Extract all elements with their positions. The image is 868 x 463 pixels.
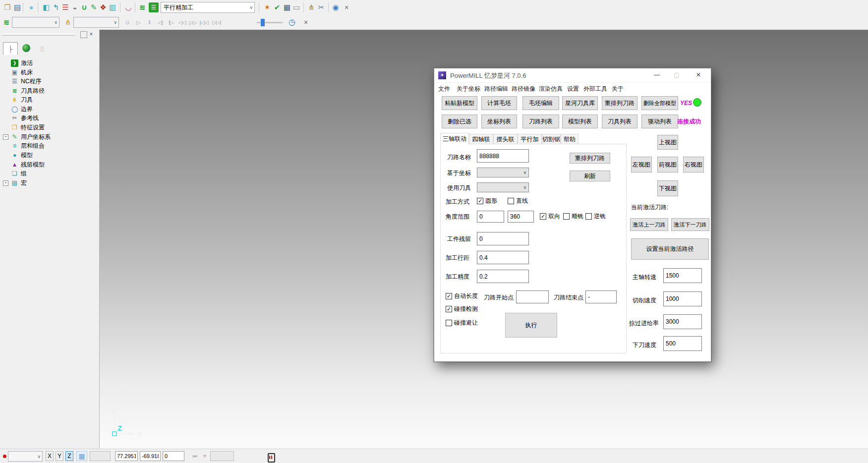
- collision-check-checkbox[interactable]: 碰撞检测: [446, 305, 478, 313]
- menu-item-about[interactable]: 关于: [612, 85, 624, 93]
- compute-block-button[interactable]: 计算毛坯: [481, 96, 517, 110]
- clock-icon[interactable]: [287, 17, 297, 28]
- tool-pair-icon[interactable]: [306, 2, 317, 13]
- menu-item-file[interactable]: 文件: [438, 85, 450, 93]
- refresh-button[interactable]: 刷新: [570, 171, 610, 181]
- rearrange-toolpaths-button[interactable]: 重排列刀路: [602, 96, 637, 110]
- dialog-titlebar[interactable]: PowerMILL 忆梦星河 7.0.6 — ▢ ✕: [434, 68, 711, 83]
- stepover-input[interactable]: [477, 251, 529, 264]
- go-start-icon[interactable]: [198, 17, 209, 28]
- simulation-icon[interactable]: [330, 2, 341, 13]
- activate-next-toolpath-button[interactable]: 激活下一刀路: [671, 218, 709, 231]
- axis-x-button[interactable]: X: [46, 451, 54, 461]
- drive-list-button[interactable]: 驱动列表: [641, 115, 678, 128]
- grid-toggle-button[interactable]: [76, 451, 87, 461]
- menu-item-path-edit[interactable]: 路径编辑: [484, 85, 508, 93]
- speed-slider-handle[interactable]: [261, 19, 265, 26]
- tab-parallel[interactable]: 平行加工: [518, 134, 542, 144]
- close-toolbar-icon[interactable]: [300, 17, 311, 28]
- strategy-list-icon[interactable]: [149, 2, 159, 12]
- tolerance-field[interactable]: [210, 451, 234, 461]
- close-button[interactable]: ✕: [690, 68, 707, 81]
- menu-item-render-sim[interactable]: 渲染仿真: [539, 85, 563, 93]
- paste-new-model-button[interactable]: 粘贴新模型: [442, 96, 477, 110]
- menu-item-external-tools[interactable]: 外部工具: [583, 85, 607, 93]
- view-right-button[interactable]: 右视图: [683, 157, 704, 173]
- tab-viewer[interactable]: [19, 42, 34, 55]
- toolpath-name-input[interactable]: [477, 149, 529, 163]
- expand-icon[interactable]: +: [3, 180, 8, 186]
- grid-size-field[interactable]: [90, 451, 111, 461]
- step-back-icon[interactable]: [155, 17, 166, 28]
- go-end-icon[interactable]: [211, 17, 222, 28]
- pause-device-icon[interactable]: [268, 453, 275, 463]
- axis-z-button[interactable]: Z: [65, 451, 73, 461]
- climb-checkbox[interactable]: 顺铣: [563, 212, 583, 221]
- skim-feed-input[interactable]: [663, 314, 702, 329]
- tool-select[interactable]: ∨: [73, 17, 119, 28]
- set-active-path-button[interactable]: 设置当前激活路径: [631, 238, 709, 260]
- play-icon[interactable]: [133, 17, 144, 28]
- sidebar-item-groups[interactable]: 组: [3, 169, 27, 178]
- open-file-icon[interactable]: [2, 2, 13, 13]
- xyz-list-icon[interactable]: [190, 452, 199, 461]
- block-icon[interactable]: [41, 2, 52, 13]
- lamp-icon[interactable]: [122, 17, 133, 28]
- rearrange-button[interactable]: 重排列刀路: [570, 153, 610, 164]
- rewind-icon[interactable]: [176, 17, 187, 28]
- sidebar-item-tools[interactable]: 刀具: [3, 95, 33, 104]
- coord-y-field[interactable]: [140, 451, 161, 461]
- sidebar-item-stock-models[interactable]: 残留模型: [3, 160, 45, 169]
- sidebar-item-macros[interactable]: +宏: [3, 178, 27, 187]
- angle-start-input[interactable]: [477, 211, 504, 223]
- view-left-button[interactable]: 左视图: [631, 157, 652, 173]
- tab-3axis[interactable]: 三轴联动: [440, 133, 469, 145]
- toolpath-select[interactable]: ∨: [12, 17, 59, 28]
- sidebar-item-activate[interactable]: 激活: [3, 58, 33, 67]
- verify-icon[interactable]: [272, 2, 283, 13]
- expand-icon[interactable]: +: [3, 134, 8, 140]
- sidebar-item-boundaries[interactable]: 边界: [3, 105, 33, 114]
- minimize-button[interactable]: —: [648, 68, 665, 81]
- line-checkbox[interactable]: 直线: [508, 197, 528, 205]
- sidebar-item-models[interactable]: 模型: [3, 151, 33, 160]
- probe-icon[interactable]: [200, 452, 209, 461]
- measure-icon[interactable]: [291, 2, 302, 13]
- toolpath-springs-icon[interactable]: [137, 2, 148, 13]
- save-icon[interactable]: [12, 2, 23, 13]
- maximize-button[interactable]: ▢: [668, 68, 685, 81]
- tab-saw[interactable]: 切割锯: [542, 134, 561, 144]
- menu-item-path-mirror[interactable]: 路径镜像: [512, 85, 535, 93]
- close-panel-icon[interactable]: ✕: [88, 31, 94, 37]
- cut-icon[interactable]: [316, 2, 327, 13]
- tool-select-icon[interactable]: [62, 17, 73, 28]
- activate-prev-toolpath-button[interactable]: 激活上一刀路: [630, 218, 668, 231]
- coord-z-field[interactable]: [163, 451, 184, 461]
- model-list-button[interactable]: 模型列表: [562, 115, 598, 128]
- cutting-feed-input[interactable]: [663, 291, 702, 306]
- start-point-input[interactable]: [516, 290, 549, 303]
- tolerance-input[interactable]: [477, 270, 529, 283]
- view-top-button[interactable]: 上视图: [657, 135, 678, 150]
- angle-end-input[interactable]: [508, 211, 534, 223]
- float-panel-icon[interactable]: [80, 31, 87, 38]
- sidebar-item-patterns[interactable]: 参考线: [3, 114, 39, 122]
- conventional-checkbox[interactable]: 逆铣: [585, 212, 606, 221]
- stock-allowance-input[interactable]: [477, 232, 529, 245]
- bidirectional-checkbox[interactable]: 双向: [540, 212, 560, 221]
- sidebar-item-machine[interactable]: 机床: [3, 68, 33, 77]
- axis-y-button[interactable]: Y: [56, 451, 63, 461]
- menu-item-coords[interactable]: 关于坐标: [457, 85, 480, 93]
- collision-avoid-checkbox[interactable]: 碰撞避让: [446, 319, 478, 327]
- tab-swivel-head[interactable]: 摆头联动: [493, 134, 518, 144]
- workplane-icon[interactable]: [107, 2, 118, 13]
- sidebar-item-nc-program[interactable]: NC程序: [3, 77, 41, 86]
- view-front-button[interactable]: 前视图: [657, 157, 678, 173]
- tool-list-button[interactable]: 刀具列表: [602, 115, 637, 128]
- workplane-select[interactable]: ∨: [8, 451, 43, 462]
- spindle-speed-input[interactable]: [663, 268, 702, 283]
- plunge-feed-input[interactable]: [663, 336, 702, 351]
- fast-forward-icon[interactable]: [187, 17, 198, 28]
- coord-list-button[interactable]: 坐标列表: [481, 115, 517, 128]
- sidebar-item-levels[interactable]: 层和组合: [3, 141, 45, 150]
